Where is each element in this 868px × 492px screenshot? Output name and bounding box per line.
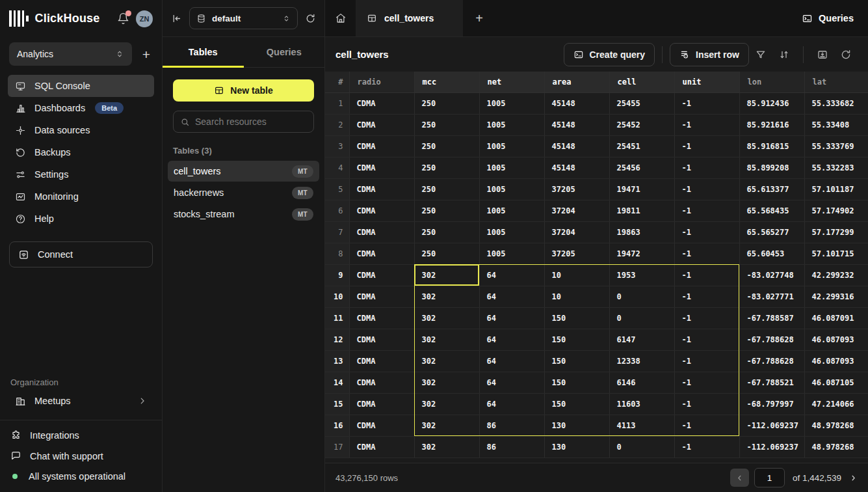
cell[interactable]: -112.069237 (739, 415, 804, 436)
cell[interactable]: 250 (414, 114, 479, 135)
cell[interactable]: 11603 (609, 393, 674, 415)
home-icon[interactable] (325, 0, 356, 36)
cell[interactable]: 46.087093 (804, 350, 868, 372)
cell[interactable]: 45148 (544, 157, 609, 178)
column-header-lat[interactable]: lat (804, 72, 868, 92)
cell[interactable]: -83.027771 (739, 286, 804, 307)
cell[interactable]: 55.333769 (804, 135, 868, 157)
row-number[interactable]: 12 (325, 329, 349, 350)
cell[interactable]: -68.797997 (739, 393, 804, 415)
cell[interactable]: 57.101715 (804, 243, 868, 264)
column-header-cell[interactable]: cell (609, 72, 674, 92)
new-table-button[interactable]: New table (173, 79, 314, 102)
cell[interactable]: -1 (674, 114, 739, 135)
cell[interactable]: CDMA (349, 200, 414, 221)
cell[interactable]: 250 (414, 178, 479, 200)
cell[interactable]: 0 (609, 436, 674, 458)
open-tab-cell-towers[interactable]: cell_towers (356, 0, 463, 36)
cell[interactable]: -1 (674, 329, 739, 350)
next-page-button[interactable] (849, 474, 858, 482)
column-header-unit[interactable]: unit (674, 72, 739, 92)
cell[interactable]: 48.978268 (804, 415, 868, 436)
cell[interactable]: CDMA (349, 178, 414, 200)
sidebar-item-help[interactable]: Help (8, 208, 154, 230)
cell[interactable]: 46.087105 (804, 372, 868, 393)
cell[interactable]: 46.087093 (804, 329, 868, 350)
cell[interactable]: 42.299316 (804, 286, 868, 307)
cell[interactable]: 85.912436 (739, 92, 804, 114)
cell[interactable]: 1005 (479, 157, 544, 178)
column-header-mcc[interactable]: mcc (414, 72, 479, 92)
row-number[interactable]: 11 (325, 307, 349, 329)
notifications-bell-icon[interactable] (117, 12, 129, 25)
cell[interactable]: -1 (674, 221, 739, 243)
insert-row-button[interactable]: Insert row (670, 43, 749, 66)
sidebar-item-monitoring[interactable]: Monitoring (8, 185, 154, 208)
cell[interactable]: 19472 (609, 243, 674, 264)
row-number[interactable]: 4 (325, 157, 349, 178)
cell[interactable]: -67.788521 (739, 372, 804, 393)
cell[interactable]: 1005 (479, 114, 544, 135)
cell[interactable]: CDMA (349, 286, 414, 307)
cell[interactable]: 19471 (609, 178, 674, 200)
search-resources-input[interactable] (195, 116, 307, 127)
cell[interactable]: 64 (479, 264, 544, 286)
download-icon[interactable] (811, 44, 834, 66)
row-number[interactable]: 5 (325, 178, 349, 200)
sidebar-item-data-sources[interactable]: Data sources (8, 119, 154, 141)
cell[interactable]: 65.613377 (739, 178, 804, 200)
cell[interactable]: 86 (479, 436, 544, 458)
cell[interactable]: 302 (414, 264, 479, 286)
cell[interactable]: 85.921616 (739, 114, 804, 135)
cell[interactable]: -1 (674, 372, 739, 393)
tab-tables[interactable]: Tables (163, 37, 244, 67)
sidebar-item-dashboards[interactable]: Dashboards Beta (8, 97, 154, 119)
cell[interactable]: -83.027748 (739, 264, 804, 286)
cell[interactable]: 6146 (609, 372, 674, 393)
cell[interactable]: 302 (414, 415, 479, 436)
cell[interactable]: 6147 (609, 329, 674, 350)
cell[interactable]: 65.565277 (739, 221, 804, 243)
cell[interactable]: -1 (674, 350, 739, 372)
row-number[interactable]: 14 (325, 372, 349, 393)
cell[interactable]: 86 (479, 415, 544, 436)
cell[interactable]: 250 (414, 92, 479, 114)
column-header-area[interactable]: area (544, 72, 609, 92)
sort-icon[interactable] (772, 44, 796, 66)
cell[interactable]: 0 (609, 307, 674, 329)
row-number[interactable]: 10 (325, 286, 349, 307)
cell[interactable]: -1 (674, 92, 739, 114)
sidebar-item-meetups[interactable]: Meetups (8, 390, 154, 412)
cell[interactable]: 37205 (544, 178, 609, 200)
cell[interactable]: 64 (479, 350, 544, 372)
filter-icon[interactable] (749, 44, 772, 66)
cell[interactable]: 19863 (609, 221, 674, 243)
cell[interactable]: -1 (674, 178, 739, 200)
cell[interactable]: 64 (479, 372, 544, 393)
cell[interactable]: CDMA (349, 350, 414, 372)
cell[interactable]: 250 (414, 221, 479, 243)
queries-button[interactable]: Queries (802, 0, 854, 36)
cell[interactable]: -1 (674, 200, 739, 221)
cell[interactable]: 25456 (609, 157, 674, 178)
cell[interactable]: CDMA (349, 157, 414, 178)
cell[interactable]: -1 (674, 436, 739, 458)
connect-button[interactable]: Connect (9, 241, 153, 267)
cell[interactable]: 10 (544, 264, 609, 286)
cell[interactable]: CDMA (349, 415, 414, 436)
cell[interactable]: 0 (609, 286, 674, 307)
cell[interactable]: -1 (674, 243, 739, 264)
cell[interactable]: 302 (414, 393, 479, 415)
cell[interactable]: 302 (414, 436, 479, 458)
cell[interactable]: -1 (674, 264, 739, 286)
cell[interactable]: 64 (479, 286, 544, 307)
cell[interactable]: 48.978268 (804, 436, 868, 458)
cell[interactable]: CDMA (349, 243, 414, 264)
cell[interactable]: 1953 (609, 264, 674, 286)
cell[interactable]: 45148 (544, 135, 609, 157)
user-avatar[interactable]: ZN (136, 10, 153, 27)
cell[interactable]: 42.299232 (804, 264, 868, 286)
refresh-icon[interactable] (834, 44, 858, 66)
system-status[interactable]: All systems operational (10, 471, 151, 482)
cell[interactable]: 45148 (544, 114, 609, 135)
